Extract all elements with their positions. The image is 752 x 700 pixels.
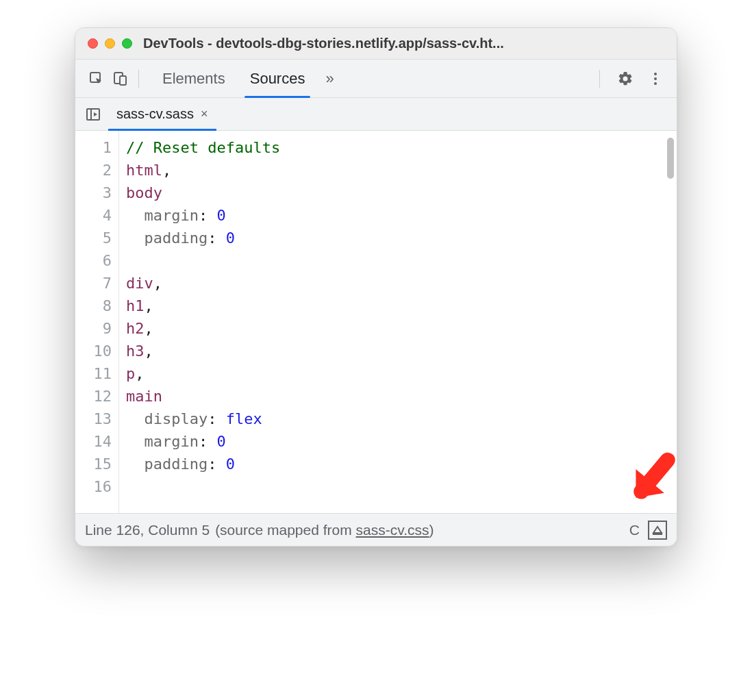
svg-marker-8 xyxy=(94,112,97,116)
toolbar-right xyxy=(592,67,667,90)
tab-sources[interactable]: Sources xyxy=(238,60,318,97)
chevron-double-right-icon: » xyxy=(325,70,334,88)
code-content[interactable]: // Reset defaultshtml,body margin: 0 pad… xyxy=(119,131,677,513)
traffic-lights xyxy=(88,38,132,49)
panel-tabs: Elements Sources » xyxy=(150,60,592,97)
device-toggle-icon[interactable] xyxy=(108,67,131,90)
devtools-window: DevTools - devtools-dbg-stories.netlify.… xyxy=(75,27,677,547)
svg-point-4 xyxy=(654,77,657,80)
file-tab-label: sass-cv.sass xyxy=(116,106,194,122)
tab-elements[interactable]: Elements xyxy=(150,60,238,97)
svg-marker-10 xyxy=(653,527,662,533)
file-tab-bar: sass-cv.sass × xyxy=(75,98,677,131)
tab-label: Sources xyxy=(250,70,305,88)
navigator-toggle-icon[interactable] xyxy=(82,103,104,125)
tab-label: Elements xyxy=(162,70,225,88)
window-minimize-button[interactable] xyxy=(105,38,115,49)
show-coverage-icon[interactable] xyxy=(648,521,667,540)
status-right: C xyxy=(629,521,667,540)
titlebar: DevTools - devtools-dbg-stories.netlify.… xyxy=(75,28,677,60)
svg-point-5 xyxy=(654,82,657,85)
code-editor[interactable]: 12345678910111213141516 // Reset default… xyxy=(75,131,677,513)
toolbar-divider xyxy=(599,70,600,88)
line-number-gutter: 12345678910111213141516 xyxy=(75,131,119,513)
main-toolbar: Elements Sources » xyxy=(75,60,677,98)
source-map-link[interactable]: sass-cv.css xyxy=(356,522,429,538)
svg-point-3 xyxy=(654,73,657,75)
more-menu-button[interactable] xyxy=(644,67,667,90)
inspect-element-icon[interactable] xyxy=(85,67,108,90)
svg-rect-6 xyxy=(87,109,99,120)
file-tab[interactable]: sass-cv.sass × xyxy=(111,98,214,130)
window-close-button[interactable] xyxy=(88,38,98,49)
status-bar: Line 126, Column 5 (source mapped from s… xyxy=(75,513,677,546)
toolbar-divider xyxy=(138,70,139,88)
close-tab-icon[interactable]: × xyxy=(201,107,208,121)
status-trailing: C xyxy=(629,522,640,538)
cursor-position: Line 126, Column 5 xyxy=(85,522,210,538)
svg-rect-2 xyxy=(120,76,126,85)
settings-button[interactable] xyxy=(614,67,637,90)
window-zoom-button[interactable] xyxy=(122,38,132,49)
scrollbar-thumb[interactable] xyxy=(667,138,674,179)
source-map-info: (source mapped from sass-cv.css) xyxy=(215,522,434,538)
window-title: DevTools - devtools-dbg-stories.netlify.… xyxy=(143,36,664,51)
tabs-overflow-button[interactable]: » xyxy=(317,60,342,97)
